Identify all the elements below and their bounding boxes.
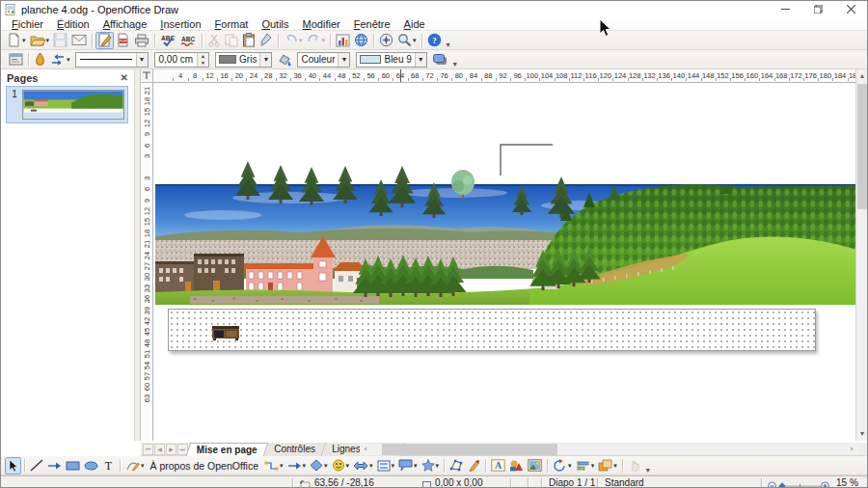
auto-spellcheck-button[interactable]: ABC xyxy=(178,32,199,49)
curve-tool[interactable]: ▾ xyxy=(123,457,147,474)
line-dialog-button[interactable] xyxy=(32,51,48,68)
format-paintbrush-button[interactable] xyxy=(258,32,275,49)
shadow-button[interactable] xyxy=(430,51,450,68)
arrange-button[interactable]: ▾ xyxy=(596,457,619,474)
page-thumbnail[interactable]: 1 xyxy=(6,86,128,123)
close-icon[interactable]: ✕ xyxy=(121,72,128,83)
spellcheck-button[interactable]: ABC xyxy=(158,32,178,49)
tab-contro-les[interactable]: Contrôles xyxy=(264,443,326,456)
line-color-select[interactable]: Gris ▼ xyxy=(215,52,272,68)
redo-button[interactable]: ▾ xyxy=(305,32,328,49)
undo-button[interactable]: ▾ xyxy=(282,32,305,49)
scroll-left-icon[interactable]: ‹ xyxy=(360,444,371,455)
email-button[interactable] xyxy=(69,32,89,49)
cut-button[interactable] xyxy=(205,32,223,49)
menu-modifier[interactable]: Modifier xyxy=(296,17,347,31)
paste-button[interactable] xyxy=(240,32,258,49)
restore-button[interactable] xyxy=(801,1,834,17)
horizontal-ruler[interactable]: 4812162024283236404448525660646872768084… xyxy=(153,69,855,83)
pine-tree[interactable] xyxy=(422,182,446,218)
save-button[interactable] xyxy=(51,32,69,49)
horizontal-scroll-thumb[interactable] xyxy=(382,444,557,455)
arrow-style-button[interactable]: ▾ xyxy=(48,51,72,68)
spin-down-icon[interactable]: ▼ xyxy=(198,60,208,67)
styles-button[interactable] xyxy=(7,51,25,68)
gallery-button[interactable] xyxy=(526,457,544,474)
vertical-ruler[interactable]: 3691215182136912151821242730333639424548… xyxy=(141,83,153,441)
hyperlink-button[interactable] xyxy=(352,32,370,49)
chevron-down-icon[interactable]: ▼ xyxy=(259,53,271,67)
scroll-up-icon[interactable]: ▲ xyxy=(856,69,868,83)
connector-tool[interactable]: ▾ xyxy=(262,457,285,474)
rotate-button[interactable]: ▾ xyxy=(551,457,574,474)
fill-color-select[interactable]: Bleu 9 ▼ xyxy=(356,52,426,68)
tab-mise-en-page[interactable]: Mise en page xyxy=(186,443,268,456)
menu-outils[interactable]: Outils xyxy=(255,17,295,31)
about-openoffice-item[interactable]: À propos de OpenOffice xyxy=(147,460,262,472)
line-width-value[interactable]: 0,00 cm xyxy=(155,53,198,67)
toolbar-overflow-icon[interactable]: ▾ xyxy=(646,466,650,474)
text-tool[interactable]: T xyxy=(100,457,117,474)
panel-splitter[interactable] xyxy=(134,69,141,441)
ellipse-tool[interactable] xyxy=(82,457,100,474)
new-document-button[interactable]: ▾ xyxy=(5,32,28,49)
leafy-tree[interactable] xyxy=(451,170,475,200)
chevron-down-icon[interactable]: ▼ xyxy=(415,53,426,67)
fill-dialog-button[interactable] xyxy=(275,51,294,68)
lines-arrows-tool[interactable]: ▾ xyxy=(285,457,309,474)
fontwork-button[interactable]: A xyxy=(489,457,507,474)
glue-points-tool[interactable] xyxy=(466,457,482,474)
pine-tree[interactable] xyxy=(548,176,575,218)
pine-tree[interactable] xyxy=(389,166,416,207)
line-style-select[interactable]: ▼ xyxy=(75,52,149,68)
menu-insertion[interactable]: Insertion xyxy=(153,17,207,31)
menu-edition[interactable]: Édition xyxy=(50,17,96,31)
edit-points-tool[interactable] xyxy=(448,457,466,474)
rectangle-tool[interactable] xyxy=(64,457,82,474)
from-file-button[interactable] xyxy=(507,457,526,474)
chart-button[interactable] xyxy=(334,32,352,49)
chevron-down-icon[interactable]: ▼ xyxy=(136,53,148,67)
flowchart-tool[interactable]: ▾ xyxy=(375,457,397,474)
canvas-objects[interactable] xyxy=(153,83,855,441)
chevron-down-icon[interactable]: ▼ xyxy=(338,53,349,67)
prev-page-button[interactable]: ◀ xyxy=(154,444,165,455)
menu-fenetre[interactable]: Fenêtre xyxy=(347,17,397,31)
pine-tree[interactable] xyxy=(333,166,358,203)
zoom-button[interactable]: ▾ xyxy=(395,32,419,49)
export-pdf-button[interactable]: PDF xyxy=(114,32,132,49)
next-page-button[interactable]: ▶ xyxy=(166,444,176,455)
block-arrows-tool[interactable]: ▾ xyxy=(351,457,375,474)
print-button[interactable] xyxy=(132,32,151,49)
toolbar-overflow-icon[interactable]: ▾ xyxy=(453,60,457,68)
first-page-button[interactable]: ⏮ xyxy=(143,444,153,455)
fill-type-value[interactable]: Couleur xyxy=(298,54,338,65)
layout-style[interactable]: Standard xyxy=(605,476,644,488)
pine-tree[interactable] xyxy=(268,165,293,203)
vertical-scrollbar[interactable]: ▲ ▼ xyxy=(855,69,867,441)
line-width-stepper[interactable]: 0,00 cm ▲▼ xyxy=(154,52,210,68)
toolbar-overflow-icon[interactable]: ▾ xyxy=(447,41,450,49)
pine-tree[interactable] xyxy=(299,167,324,205)
pine-tree[interactable] xyxy=(235,161,260,200)
menu-affichage[interactable]: Affichage xyxy=(96,17,154,31)
corner-bracket-shape[interactable] xyxy=(501,145,553,176)
minimize-button[interactable] xyxy=(769,1,801,17)
open-button[interactable]: ▾ xyxy=(28,32,52,49)
callouts-tool[interactable]: ▾ xyxy=(396,457,420,474)
stars-tool[interactable]: ▾ xyxy=(420,457,442,474)
select-tool[interactable] xyxy=(5,457,21,474)
scroll-right-icon[interactable]: › xyxy=(846,444,857,455)
fill-type-select[interactable]: Couleur ▼ xyxy=(297,52,350,68)
help-button[interactable]: ? xyxy=(425,32,444,49)
line-arrow-tool[interactable] xyxy=(45,457,64,474)
basic-shapes-tool[interactable]: ▾ xyxy=(308,457,330,474)
line-tool[interactable] xyxy=(28,457,45,474)
interaction-button[interactable] xyxy=(626,457,643,474)
zoom-level[interactable]: 15 % xyxy=(836,476,858,488)
close-button[interactable] xyxy=(834,1,867,17)
pine-tree[interactable] xyxy=(368,179,393,216)
menu-aide[interactable]: Aide xyxy=(397,17,432,31)
spin-up-icon[interactable]: ▲ xyxy=(198,53,208,60)
scroll-down-icon[interactable]: ▼ xyxy=(856,427,868,441)
